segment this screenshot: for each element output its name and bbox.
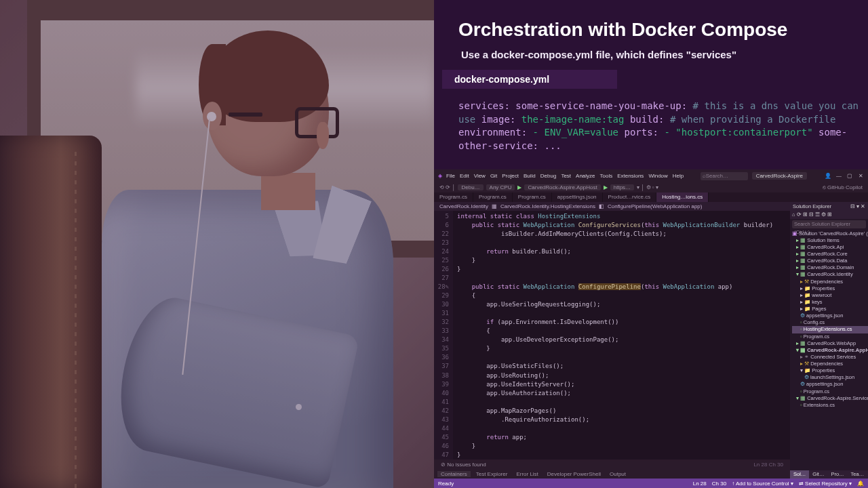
panel-tab-error-list[interactable]: Error List	[513, 471, 541, 477]
vs-solution-name[interactable]: CarvedRock-Aspire	[752, 172, 807, 180]
tree-item[interactable]: launchSettings.json	[792, 374, 868, 381]
solx-footer-tab[interactable]: Pro…	[827, 470, 847, 479]
crumb-class-icon: ▦	[492, 203, 497, 209]
solx-footer-tab[interactable]: Tea…	[848, 470, 868, 479]
editor-tab[interactable]: Program.cs	[434, 192, 473, 202]
tree-item[interactable]: Solution Items	[792, 237, 868, 244]
tree-item[interactable]: Properties	[792, 285, 868, 292]
tree-item[interactable]: Extensions.cs	[792, 402, 868, 409]
tree-item[interactable]: wwwroot	[792, 292, 868, 299]
tree-item[interactable]: keys	[792, 299, 868, 306]
crumb-method[interactable]: ConfigurePipeline(WebApplication app)	[608, 203, 703, 209]
maximize-button[interactable]: ▢	[846, 173, 853, 179]
menu-debug[interactable]: Debug	[540, 173, 557, 179]
editor-tab[interactable]: Hosting…ions.cs	[656, 192, 709, 202]
editor-tab[interactable]: Program.cs	[473, 192, 513, 202]
menu-extensions[interactable]: Extensions	[617, 173, 644, 179]
menu-view[interactable]: View	[474, 173, 486, 179]
status-ready: Ready	[438, 481, 454, 487]
tree-item[interactable]: CarvedRock.Data	[792, 258, 868, 264]
menu-git[interactable]: Git	[490, 173, 497, 179]
panel-tab-developer-powershell[interactable]: Developer PowerShell	[544, 471, 604, 477]
crumb-method-icon: ◧	[599, 203, 604, 209]
run-button[interactable]: ▶	[517, 184, 521, 190]
tree-item[interactable]: CarvedRock.Api	[792, 244, 868, 251]
panel-tab-containers[interactable]: Containers	[437, 471, 471, 477]
startup-project[interactable]: CarvedRock-Aspire.AppHost	[524, 184, 600, 190]
editor-tab[interactable]: appsettings.json	[552, 192, 603, 202]
solx-toolbar[interactable]: ⌂ ⟳ ⊞ ⊟ ☰ ⚙ ⊞	[790, 211, 868, 219]
yaml-code: services: some-service-name-you-make-up:…	[434, 89, 868, 152]
menu-edit[interactable]: Edit	[460, 173, 469, 179]
tree-item[interactable]: appsettings.json	[792, 312, 868, 319]
course-author-photo	[0, 0, 434, 488]
slide-file-tab: docker-compose.yml	[442, 70, 617, 89]
tree-item[interactable]: CarvedRock.Identity	[792, 271, 868, 278]
slide-title: Orchestration with Docker Compose	[434, 0, 868, 49]
tree-item[interactable]: HostingExtensions.cs	[792, 326, 868, 333]
no-issues-badge[interactable]: ⊘ No issues found	[437, 462, 490, 468]
menu-analyze[interactable]: Analyze	[576, 173, 595, 179]
config-dropdown[interactable]: Debu…	[458, 184, 483, 190]
panel-tab-output[interactable]: Output	[606, 471, 629, 477]
status-item[interactable]: ⇄ Select Repository ▾	[799, 481, 852, 487]
launch-url[interactable]: https…	[610, 184, 634, 190]
tree-item[interactable]: CarvedRock-Aspire.AppHost	[792, 347, 868, 354]
tree-item[interactable]: CarvedRock-Aspire.ServiceDefau…	[792, 395, 868, 402]
status-item[interactable]: 🔔	[857, 481, 864, 487]
tree-item[interactable]: CarvedRock.Core	[792, 251, 868, 258]
status-item[interactable]: Ln 28	[693, 481, 707, 487]
tree-item[interactable]: Pages	[792, 306, 868, 312]
crumb-project[interactable]: CarvedRock.Identity	[439, 203, 488, 209]
tree-item[interactable]: appsettings.json	[792, 381, 868, 388]
menu-file[interactable]: File	[446, 173, 455, 179]
solx-pin-icon[interactable]: ⊟ ▾ ✕	[850, 203, 865, 209]
visual-studio-window: ◈ FileEditViewGitProjectBuildDebugTestAn…	[434, 169, 868, 488]
tree-item[interactable]: Program.cs	[792, 388, 868, 395]
slide-subtitle: Use a docker-compose.yml file, which def…	[434, 49, 868, 70]
menu-window[interactable]: Window	[648, 173, 667, 179]
github-copilot-button[interactable]: ⎋ GitHub Copilot	[823, 184, 863, 190]
code-editor[interactable]: internal static class HostingExtensions …	[453, 211, 790, 460]
menu-build[interactable]: Build	[524, 173, 536, 179]
crumb-class[interactable]: CarvedRock.Identity.HostingExtensions	[500, 203, 595, 209]
tree-item[interactable]: Config.cs	[792, 319, 868, 326]
presentation-slide: Orchestration with Docker Compose Use a …	[434, 0, 868, 169]
tree-item[interactable]: Solution 'CarvedRock-Aspire' (8 of…	[792, 230, 868, 237]
editor-tab[interactable]: Program.cs	[513, 192, 552, 202]
solution-explorer-header: Solution Explorer	[793, 203, 831, 209]
tree-item[interactable]: Connected Services	[792, 354, 868, 361]
menu-help[interactable]: Help	[673, 173, 684, 179]
editor-tab[interactable]: Product…rvice.cs	[603, 192, 657, 202]
account-icon[interactable]: 👤	[825, 173, 831, 179]
tree-item[interactable]: Dependencies	[792, 361, 868, 367]
tree-item[interactable]: CarvedRock.Domain	[792, 264, 868, 271]
tree-item[interactable]: Properties	[792, 367, 868, 374]
panel-tab-test-explorer[interactable]: Test Explorer	[473, 471, 511, 477]
tree-item[interactable]: Program.cs	[792, 333, 868, 340]
menu-test[interactable]: Test	[561, 173, 571, 179]
vs-search-input[interactable]: Search…	[701, 172, 748, 180]
menu-project[interactable]: Project	[502, 173, 519, 179]
minimize-button[interactable]: —	[835, 173, 842, 179]
solx-footer-tab[interactable]: Sol…	[790, 470, 809, 479]
platform-dropdown[interactable]: Any CPU	[486, 184, 515, 190]
solx-search-input[interactable]: Search Solution Explorer (Ctrl+;)	[792, 220, 866, 228]
close-button[interactable]: ✕	[857, 173, 864, 179]
tree-item[interactable]: CarvedRock.WebApp	[792, 340, 868, 347]
status-item[interactable]: ↑ Add to Source Control ▾	[732, 481, 793, 487]
menu-tools[interactable]: Tools	[600, 173, 613, 179]
tree-item[interactable]: Dependencies	[792, 279, 868, 285]
solx-footer-tab[interactable]: Git…	[809, 470, 827, 479]
status-item[interactable]: Ch 30	[712, 481, 726, 487]
vs-logo-icon: ◈	[438, 173, 442, 179]
